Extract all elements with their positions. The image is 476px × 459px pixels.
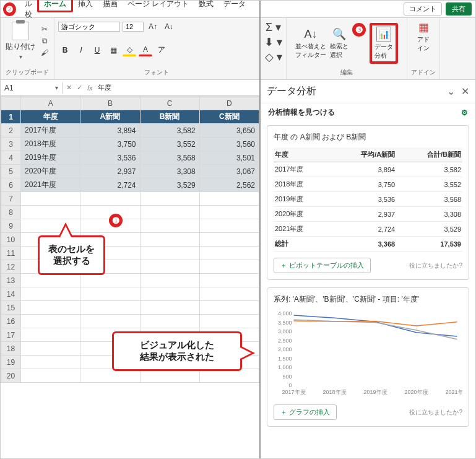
copy-icon[interactable]: ⧉ xyxy=(39,36,50,46)
collapse-icon[interactable]: ⌄ xyxy=(447,85,455,97)
fx-label[interactable]: fx xyxy=(87,84,93,92)
cell[interactable] xyxy=(199,192,259,206)
fill-icon[interactable]: ⬇ ▾ xyxy=(264,35,282,49)
cell[interactable] xyxy=(199,287,259,301)
italic-button[interactable]: I xyxy=(74,44,88,56)
row-header[interactable]: 6 xyxy=(1,178,21,192)
cell[interactable] xyxy=(199,274,259,287)
row-header[interactable]: 11 xyxy=(1,247,21,260)
cell[interactable] xyxy=(80,315,140,328)
cell[interactable] xyxy=(21,274,80,287)
col-header[interactable]: C xyxy=(140,97,199,110)
cell[interactable] xyxy=(21,342,80,356)
tab-6[interactable]: データ xyxy=(219,0,251,11)
decrease-font-icon[interactable]: A↓ xyxy=(162,20,176,33)
row-header[interactable]: 10 xyxy=(1,233,21,247)
cell[interactable] xyxy=(140,260,199,274)
cell[interactable] xyxy=(21,206,80,219)
autosum-icon[interactable]: Σ ▾ xyxy=(266,20,281,34)
find-select-button[interactable]: 🔍 検索と 選択 xyxy=(330,23,348,64)
cell[interactable] xyxy=(21,356,80,369)
border-button[interactable]: ▦ xyxy=(106,44,120,56)
row-header[interactable]: 7 xyxy=(1,192,21,206)
cell[interactable]: 3,650 xyxy=(199,124,259,138)
cell[interactable] xyxy=(199,260,259,274)
header-cell[interactable]: A新聞 xyxy=(80,110,140,124)
cell[interactable] xyxy=(140,247,199,260)
cell[interactable]: 3,750 xyxy=(80,138,140,151)
cell[interactable] xyxy=(140,192,199,206)
cell[interactable]: 2017年度 xyxy=(21,124,80,138)
cell[interactable] xyxy=(140,301,199,315)
cell[interactable]: 3,582 xyxy=(140,124,199,138)
cell[interactable] xyxy=(140,315,199,328)
spreadsheet-grid[interactable]: ABCD1年度A新聞B新聞C新聞22017年度3,8943,5823,65032… xyxy=(1,96,259,458)
cell[interactable] xyxy=(21,192,80,206)
addins-button[interactable]: ▦ アド イン xyxy=(411,20,436,53)
bold-button[interactable]: B xyxy=(58,44,72,56)
tab-3[interactable]: 描画 xyxy=(98,0,123,11)
tab-4[interactable]: ページ レイアウト xyxy=(123,0,194,11)
phonetic-button[interactable]: ア xyxy=(155,44,168,56)
cell[interactable] xyxy=(199,247,259,260)
cell[interactable] xyxy=(140,206,199,219)
cell[interactable] xyxy=(21,301,80,315)
cell[interactable]: 3,536 xyxy=(80,151,140,165)
cell[interactable]: 3,308 xyxy=(140,165,199,178)
confirm-icon[interactable]: ✓ xyxy=(77,84,82,92)
row-header[interactable]: 13 xyxy=(1,274,21,287)
format-painter-icon[interactable]: 🖌 xyxy=(39,48,50,58)
row-header[interactable]: 1 xyxy=(1,110,21,124)
clear-icon[interactable]: ◇ ▾ xyxy=(265,50,282,64)
cell[interactable]: 3,894 xyxy=(80,124,140,138)
row-header[interactable]: 14 xyxy=(1,287,21,301)
col-header[interactable]: D xyxy=(199,97,259,110)
helpful-text[interactable]: 役に立ちましたか? xyxy=(409,261,462,270)
cell[interactable] xyxy=(140,219,199,233)
data-analysis-button[interactable]: 📊 データ 分析 xyxy=(370,23,398,64)
share-button[interactable]: 共有 xyxy=(446,2,472,15)
row-header[interactable]: 18 xyxy=(1,342,21,356)
cancel-icon[interactable]: ✕ xyxy=(66,84,72,92)
tab-5[interactable]: 数式 xyxy=(194,0,219,11)
formula-value[interactable]: 年度 xyxy=(98,83,111,92)
row-header[interactable]: 3 xyxy=(1,138,21,151)
row-header[interactable]: 4 xyxy=(1,151,21,165)
row-header[interactable]: 2 xyxy=(1,124,21,138)
cell[interactable] xyxy=(140,274,199,287)
cell[interactable] xyxy=(21,369,80,383)
increase-font-icon[interactable]: A↑ xyxy=(146,20,160,33)
cell[interactable]: 3,529 xyxy=(140,178,199,192)
tab-1[interactable]: ホーム xyxy=(37,0,73,12)
cell[interactable] xyxy=(80,301,140,315)
cell[interactable] xyxy=(80,287,140,301)
row-header[interactable]: 16 xyxy=(1,315,21,328)
cell[interactable]: 2019年度 xyxy=(21,151,80,165)
cell[interactable] xyxy=(21,315,80,328)
cell[interactable] xyxy=(80,274,140,287)
col-header[interactable]: A xyxy=(21,97,80,110)
font-name-select[interactable] xyxy=(58,22,120,32)
cell[interactable] xyxy=(199,233,259,247)
header-cell[interactable]: B新聞 xyxy=(140,110,199,124)
name-box[interactable]: A1 ▾ xyxy=(1,82,63,94)
cell[interactable] xyxy=(199,301,259,315)
cell[interactable]: 3,560 xyxy=(199,138,259,151)
cell[interactable] xyxy=(80,192,140,206)
cut-icon[interactable]: ✂ xyxy=(39,24,50,34)
header-cell[interactable]: 年度 xyxy=(21,110,80,124)
row-header[interactable]: 8 xyxy=(1,206,21,219)
cell[interactable]: 2,562 xyxy=(199,178,259,192)
sort-filter-button[interactable]: A↓ 並べ替えと フィルター xyxy=(295,23,326,64)
cell[interactable] xyxy=(21,328,80,342)
row-header[interactable]: 9 xyxy=(1,219,21,233)
row-header[interactable]: 5 xyxy=(1,165,21,178)
row-header[interactable]: 15 xyxy=(1,301,21,315)
helpful-text[interactable]: 役に立ちましたか? xyxy=(409,408,462,417)
cell[interactable] xyxy=(140,287,199,301)
comment-button[interactable]: コメント xyxy=(404,2,442,15)
font-color-button[interactable]: A xyxy=(139,44,152,56)
gear-icon[interactable]: ⚙ xyxy=(461,108,468,117)
col-header[interactable]: B xyxy=(80,97,140,110)
font-size-select[interactable] xyxy=(123,22,144,32)
